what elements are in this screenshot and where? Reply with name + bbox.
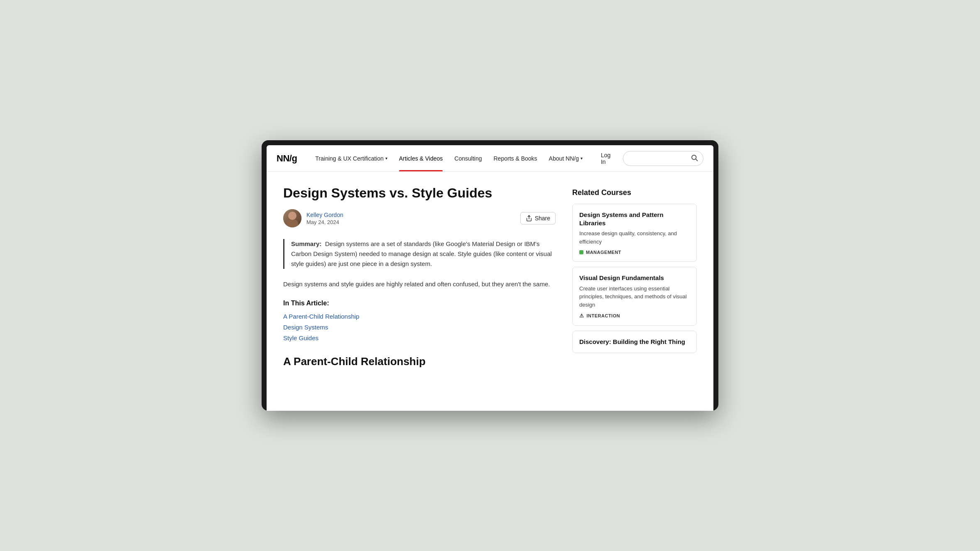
in-this-article-heading: In This Article: — [283, 300, 556, 307]
toc-item-1: A Parent-Child Relationship — [283, 313, 556, 320]
course-tag-2: ⚠ INTERACTION — [579, 313, 690, 319]
body-text: Design systems and style guides are high… — [283, 279, 556, 290]
search-icon[interactable] — [691, 154, 698, 163]
navbar: NN/g Training & UX Certification ▾ Artic… — [267, 145, 713, 172]
summary-block: Summary: Design systems are a set of sta… — [283, 239, 556, 269]
toc-item-3: Style Guides — [283, 334, 556, 342]
course-card-3[interactable]: Discovery: Building the Right Thing — [572, 331, 697, 353]
section-heading: A Parent-Child Relationship — [283, 355, 556, 368]
toc-link-1[interactable]: A Parent-Child Relationship — [283, 313, 359, 320]
tag-triangle-interaction: ⚠ — [579, 313, 584, 319]
author-name[interactable]: Kelley Gordon — [306, 212, 343, 218]
author-info: Kelley Gordon May 24, 2024 — [283, 209, 343, 227]
summary-text: Summary: Design systems are a set of sta… — [291, 239, 556, 269]
svg-line-1 — [696, 159, 697, 161]
monitor-frame: NN/g Training & UX Certification ▾ Artic… — [262, 140, 718, 411]
course-name-1: Design Systems and Pattern Libraries — [579, 211, 690, 227]
summary-label: Summary: — [291, 240, 321, 247]
chevron-down-icon: ▾ — [385, 156, 387, 161]
login-button[interactable]: Log In — [601, 152, 617, 165]
course-name-2: Visual Design Fundamentals — [579, 274, 690, 282]
chevron-down-icon-2: ▾ — [581, 156, 583, 161]
share-button[interactable]: Share — [520, 212, 556, 224]
author-details: Kelley Gordon May 24, 2024 — [306, 212, 343, 225]
course-tag-1: MANAGEMENT — [579, 250, 690, 255]
nav-item-training[interactable]: Training & UX Certification ▾ — [310, 145, 392, 171]
tag-dot-management — [579, 250, 583, 254]
nav-links: Training & UX Certification ▾ Articles &… — [310, 145, 588, 171]
toc-link-2[interactable]: Design Systems — [283, 324, 328, 331]
nav-item-articles[interactable]: Articles & Videos — [394, 145, 448, 171]
nav-item-reports[interactable]: Reports & Books — [489, 145, 542, 171]
avatar — [283, 209, 301, 227]
search-input[interactable] — [628, 155, 687, 162]
article-column: Design Systems vs. Style Guides Kelley G… — [283, 185, 556, 368]
course-desc-2: Create user interfaces using essential p… — [579, 285, 690, 309]
search-bar[interactable] — [623, 151, 703, 166]
course-name-3: Discovery: Building the Right Thing — [579, 338, 690, 346]
nav-item-about[interactable]: About NN/g ▾ — [544, 145, 588, 171]
browser-window: NN/g Training & UX Certification ▾ Artic… — [267, 145, 713, 411]
author-row: Kelley Gordon May 24, 2024 Share — [283, 209, 556, 227]
logo[interactable]: NN/g — [277, 153, 297, 164]
sidebar: Related Courses Design Systems and Patte… — [572, 185, 697, 368]
related-courses-title: Related Courses — [572, 188, 697, 197]
article-title: Design Systems vs. Style Guides — [283, 185, 556, 201]
content-area: Design Systems vs. Style Guides Kelley G… — [267, 172, 713, 381]
author-date: May 24, 2024 — [306, 219, 343, 225]
course-card-2[interactable]: Visual Design Fundamentals Create user i… — [572, 267, 697, 326]
toc-item-2: Design Systems — [283, 324, 556, 331]
share-icon — [526, 215, 532, 222]
toc-list: A Parent-Child Relationship Design Syste… — [283, 313, 556, 342]
nav-item-consulting[interactable]: Consulting — [449, 145, 487, 171]
toc-link-3[interactable]: Style Guides — [283, 334, 318, 341]
course-desc-1: Increase design quality, consistency, an… — [579, 229, 690, 246]
course-card-1[interactable]: Design Systems and Pattern Libraries Inc… — [572, 204, 697, 262]
nav-right: Log In — [601, 151, 703, 166]
